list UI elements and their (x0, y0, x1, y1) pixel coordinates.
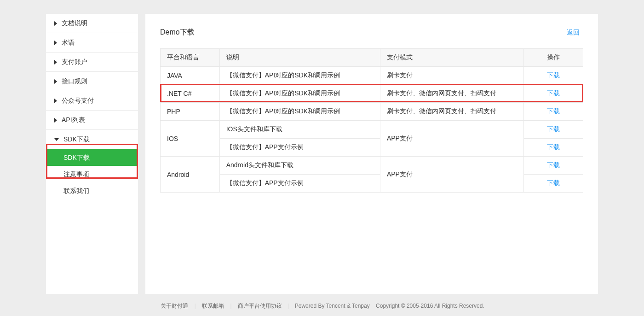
th-mode: 支付模式 (380, 49, 523, 67)
footer-copyright: Copyright © 2005-2016 All Rights Reserve… (376, 303, 484, 309)
chevron-down-icon (54, 138, 59, 141)
download-link[interactable]: 下载 (547, 161, 560, 169)
page-title: Demo下载 (160, 28, 195, 37)
table-header-row: 平台和语言 说明 支付模式 操作 (161, 49, 583, 67)
sidebar-item-label: 接口规则 (62, 77, 87, 86)
sidebar-subitem-notice[interactable]: 注意事项 (46, 166, 138, 182)
chevron-right-icon (54, 21, 57, 26)
download-link[interactable]: 下载 (547, 125, 560, 133)
cell-mode: 刷卡支付、微信内网页支付、扫码支付 (380, 85, 523, 103)
back-link[interactable]: 返回 (567, 29, 580, 37)
sdk-table: 平台和语言 说明 支付模式 操作 JAVA 【微信支付】API对应的SDK和调用… (160, 48, 583, 193)
chevron-right-icon (54, 118, 57, 123)
cell-mode: APP支付 (380, 157, 523, 193)
sidebar-subitem-sdk-download[interactable]: SDK下载 (46, 149, 138, 166)
cell-platform: PHP (161, 103, 220, 121)
cell-desc: 【微信支付】API对应的SDK和调用示例 (219, 67, 380, 85)
cell-platform: JAVA (161, 67, 220, 85)
cell-desc: 【微信支付】API对应的SDK和调用示例 (219, 103, 380, 121)
sidebar-item-docs[interactable]: 文档说明 (46, 14, 138, 33)
cell-mode: APP支付 (380, 121, 523, 157)
separator: | (288, 303, 289, 309)
main-panel: Demo下载 返回 平台和语言 说明 支付模式 操作 J (145, 14, 598, 294)
download-link[interactable]: 下载 (547, 143, 560, 151)
cell-platform: IOS (161, 121, 220, 157)
sidebar-item-label: API列表 (62, 116, 85, 124)
cell-desc: 【微信支付】APP支付示例 (219, 175, 380, 193)
footer-powered: Powered By Tencent & Tenpay (295, 303, 370, 309)
sidebar-item-publicpay[interactable]: 公众号支付 (46, 91, 138, 111)
chevron-right-icon (54, 60, 57, 64)
th-action: 操作 (524, 49, 583, 67)
chevron-right-icon (54, 79, 57, 84)
download-link[interactable]: 下载 (547, 89, 560, 97)
download-link[interactable]: 下载 (547, 71, 560, 79)
chevron-right-icon (54, 99, 57, 103)
cell-platform: Android (161, 157, 220, 193)
sidebar-subitem-label: 注意事项 (63, 170, 89, 178)
footer-contact-link[interactable]: 联系邮箱 (202, 303, 224, 309)
footer-about-link[interactable]: 关于财付通 (161, 303, 188, 309)
th-desc: 说明 (219, 49, 380, 67)
cell-mode: 刷卡支付 (380, 67, 523, 85)
cell-desc: 【微信支付】APP支付示例 (219, 139, 380, 157)
sidebar-subitem-contact[interactable]: 联系我们 (46, 182, 138, 199)
sidebar-item-label: SDK下载 (63, 135, 90, 144)
sidebar: 文档说明 术语 支付账户 接口规则 公众号支付 API列表 SDK下载 SDK下… (46, 14, 138, 294)
cell-platform: .NET C# (161, 85, 220, 103)
cell-desc: 【微信支付】API对应的SDK和调用示例 (219, 85, 380, 103)
sidebar-item-label: 支付账户 (62, 58, 87, 66)
cell-mode: 刷卡支付、微信内网页支付、扫码支付 (380, 103, 523, 121)
footer-agreement-link[interactable]: 商户平台使用协议 (238, 303, 282, 309)
table-row: IOS IOS头文件和库下载 APP支付 下载 (161, 121, 583, 139)
sidebar-item-sdk[interactable]: SDK下载 (46, 130, 138, 149)
download-link[interactable]: 下载 (547, 179, 560, 187)
sidebar-item-label: 公众号支付 (62, 97, 94, 105)
table-row: JAVA 【微信支付】API对应的SDK和调用示例 刷卡支付 下载 (161, 67, 583, 85)
separator: | (230, 303, 231, 309)
sidebar-item-label: 文档说明 (62, 19, 87, 28)
sidebar-item-rules[interactable]: 接口规则 (46, 72, 138, 91)
chevron-right-icon (54, 41, 57, 45)
main-header: Demo下载 返回 (145, 28, 598, 48)
download-link[interactable]: 下载 (547, 107, 560, 115)
sidebar-item-api[interactable]: API列表 (46, 111, 138, 130)
sidebar-item-label: 术语 (62, 39, 75, 47)
sidebar-subitem-label: 联系我们 (63, 187, 89, 194)
cell-desc: IOS头文件和库下载 (219, 121, 380, 139)
th-platform: 平台和语言 (161, 49, 220, 67)
table-row: Android Android头文件和库下载 APP支付 下载 (161, 157, 583, 175)
sidebar-item-account[interactable]: 支付账户 (46, 53, 138, 72)
table-row: .NET C# 【微信支付】API对应的SDK和调用示例 刷卡支付、微信内网页支… (161, 85, 583, 103)
cell-desc: Android头文件和库下载 (219, 157, 380, 175)
sidebar-subitem-label: SDK下载 (63, 154, 90, 161)
footer: 关于财付通 | 联系邮箱 | 商户平台使用协议 | Powered By Ten… (0, 294, 644, 310)
sidebar-item-terms[interactable]: 术语 (46, 33, 138, 53)
table-row: PHP 【微信支付】API对应的SDK和调用示例 刷卡支付、微信内网页支付、扫码… (161, 103, 583, 121)
separator: | (195, 303, 196, 309)
